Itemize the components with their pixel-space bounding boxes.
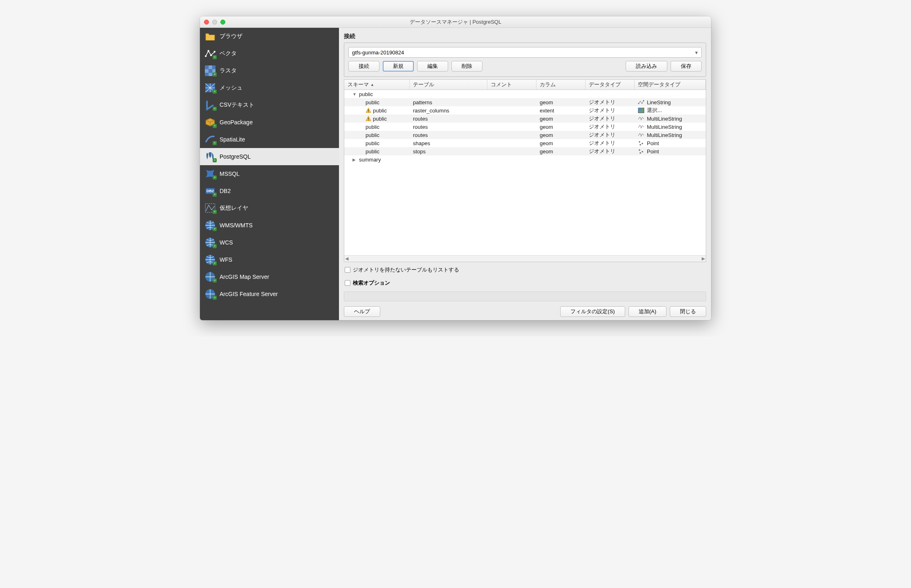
plus-badge-icon: +: [213, 210, 217, 214]
list-nogeom-checkbox-row[interactable]: ジオメトリを持たないテーブルもリストする: [344, 265, 706, 275]
cell-column: geom: [536, 99, 586, 105]
scroll-left-icon[interactable]: ◀: [345, 256, 348, 261]
table-row[interactable]: publicraster_columnsextentジオメトリ選択...: [344, 106, 706, 114]
globe-icon: +: [205, 255, 215, 264]
svg-point-28: [639, 141, 640, 143]
cell-column: geom: [536, 124, 586, 130]
search-options-checkbox-row[interactable]: 検索オプション: [344, 278, 706, 288]
chevron-down-icon: ▾: [695, 49, 698, 56]
sidebar-item-wfs[interactable]: + WFS: [200, 251, 339, 268]
cell-column: geom: [536, 140, 586, 146]
header-comment[interactable]: コメント: [487, 80, 536, 90]
cell-stype[interactable]: LineString: [635, 99, 706, 105]
cell-dtype: ジオメトリ: [586, 99, 635, 106]
save-button[interactable]: 保存: [671, 61, 702, 72]
header-dtype[interactable]: データタイプ: [586, 80, 635, 90]
table-row[interactable]: publicroutesgeomジオメトリMultiLineString: [344, 123, 706, 131]
svg-point-0: [205, 55, 206, 57]
sidebar-item-arcgis-feature[interactable]: + ArcGIS Feature Server: [200, 285, 339, 303]
horizontal-scrollbar[interactable]: ◀ ▶: [344, 255, 706, 262]
sidebar-item-mssql[interactable]: + MSSQL: [200, 165, 339, 182]
svg-rect-11: [209, 73, 212, 76]
connect-button[interactable]: 接続: [348, 61, 379, 72]
svg-point-30: [639, 144, 641, 146]
table-row[interactable]: publicstopsgeomジオメトリPoint: [344, 147, 706, 155]
sidebar-item-mesh[interactable]: + メッシュ: [200, 79, 339, 97]
sidebar-item-vector[interactable]: + ベクタ: [200, 45, 339, 62]
svg-point-1: [208, 50, 209, 52]
cell-stype[interactable]: Point: [635, 140, 706, 146]
cell-table: patterns: [410, 99, 487, 105]
cell-column: geom: [536, 116, 586, 122]
edit-button[interactable]: 編集: [417, 61, 448, 72]
sidebar-item-arcgis-map[interactable]: + ArcGIS Map Server: [200, 268, 339, 285]
help-button[interactable]: ヘルプ: [344, 306, 380, 317]
close-window-button[interactable]: [204, 20, 209, 25]
sidebar-item-virtual[interactable]: + 仮想レイヤ: [200, 200, 339, 217]
sidebar-item-spatialite[interactable]: + SpatiaLite: [200, 131, 339, 148]
zoom-window-button[interactable]: [220, 20, 225, 25]
svg-rect-6: [212, 65, 215, 69]
globe-icon: +: [205, 238, 215, 247]
scroll-right-icon[interactable]: ▶: [702, 256, 705, 261]
sidebar-item-browser[interactable]: ブラウザ: [200, 28, 339, 45]
svg-rect-25: [638, 108, 641, 110]
sidebar-item-wms[interactable]: + WMS/WMTS: [200, 217, 339, 234]
cell-stype[interactable]: MultiLineString: [635, 132, 706, 138]
checkbox[interactable]: [345, 267, 350, 273]
sidebar-item-label: ベクタ: [220, 50, 237, 57]
source-sidebar: ブラウザ + ベクタ + ラスタ +: [200, 28, 339, 320]
header-stype[interactable]: 空間データタイプ: [635, 80, 706, 90]
table-row[interactable]: publicroutesgeomジオメトリMultiLineString: [344, 114, 706, 123]
plus-badge-icon: +: [213, 261, 217, 265]
cell-stype[interactable]: 選択...: [635, 107, 706, 114]
table-header-row: スキーマ▲ テーブル コメント カラム データタイプ 空間データタイプ: [344, 80, 706, 90]
svg-point-20: [638, 103, 639, 104]
delete-button[interactable]: 削除: [451, 61, 482, 72]
table-row[interactable]: publicpatternsgeomジオメトリLineString: [344, 98, 706, 106]
globe-icon: +: [205, 221, 215, 230]
checkbox[interactable]: [345, 280, 350, 286]
dialog-body: ブラウザ + ベクタ + ラスタ +: [200, 28, 711, 320]
close-button[interactable]: 閉じる: [670, 306, 706, 317]
header-table[interactable]: テーブル: [410, 80, 487, 90]
sidebar-item-geopackage[interactable]: + GeoPackage: [200, 114, 339, 131]
table-row[interactable]: publicroutesgeomジオメトリMultiLineString: [344, 131, 706, 139]
sidebar-item-postgresql[interactable]: + PostgreSQL: [200, 148, 339, 165]
cell-stype[interactable]: Point: [635, 148, 706, 155]
cell-schema: public: [344, 108, 410, 114]
connection-select[interactable]: gtfs-gunma-20190824 ▾: [348, 47, 702, 58]
expand-collapse-icon[interactable]: ▶: [352, 157, 357, 162]
tree-group-row[interactable]: ▼public: [344, 90, 706, 98]
sidebar-item-label: 仮想レイヤ: [220, 204, 248, 212]
cell-column: geom: [536, 148, 586, 155]
load-button[interactable]: 読み込み: [626, 61, 667, 72]
sidebar-item-label: ArcGIS Map Server: [220, 274, 269, 280]
add-button[interactable]: 追加(A): [628, 306, 666, 317]
db2-icon: DB2 +: [205, 186, 215, 195]
connection-box: gtfs-gunma-20190824 ▾ 接続 新規 編集 削除 読み込み 保…: [344, 43, 706, 77]
new-button[interactable]: 新規: [383, 61, 414, 72]
sidebar-item-db2[interactable]: DB2 + DB2: [200, 182, 339, 200]
cell-stype[interactable]: MultiLineString: [635, 116, 706, 122]
tree-group-row[interactable]: ▶summary: [344, 155, 706, 164]
geom-type-icon: [638, 132, 644, 138]
cell-stype[interactable]: MultiLineString: [635, 124, 706, 130]
header-column[interactable]: カラム: [536, 80, 586, 90]
svg-rect-23: [368, 112, 369, 112]
minimize-window-button[interactable]: [212, 20, 217, 25]
cell-table: routes: [410, 124, 487, 130]
header-schema[interactable]: スキーマ▲: [344, 80, 410, 90]
plus-badge-icon: +: [213, 227, 217, 231]
cell-table: routes: [410, 132, 487, 138]
sidebar-item-csv[interactable]: + CSVテキスト: [200, 97, 339, 114]
sidebar-item-wcs[interactable]: + WCS: [200, 234, 339, 251]
table-row[interactable]: publicshapesgeomジオメトリPoint: [344, 139, 706, 147]
sidebar-item-raster[interactable]: + ラスタ: [200, 62, 339, 79]
filter-settings-button[interactable]: フィルタの設定(S): [560, 306, 625, 317]
sidebar-item-label: MSSQL: [220, 171, 240, 177]
cell-table: raster_columns: [410, 108, 487, 114]
dialog-window: データソースマネージャ | PostgreSQL ブラウザ + ベクタ: [200, 16, 711, 320]
globe-icon: +: [205, 290, 215, 298]
expand-collapse-icon[interactable]: ▼: [352, 92, 357, 97]
